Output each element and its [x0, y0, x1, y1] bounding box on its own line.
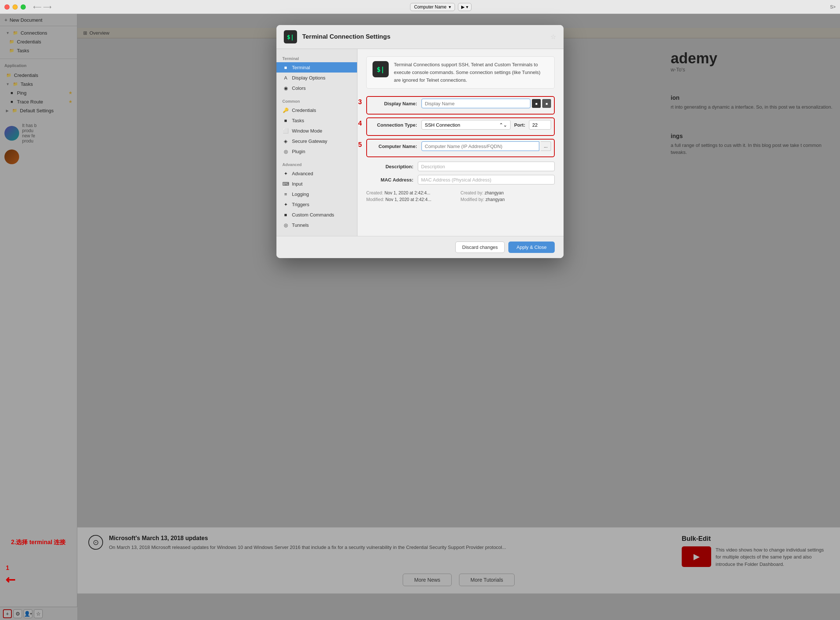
- modal-sidebar-tasks[interactable]: ■ Tasks: [276, 115, 357, 126]
- modal-sidebar-advanced[interactable]: ✦ Advanced: [276, 168, 357, 179]
- modal-footer: Discard changes Apply & Close: [276, 236, 564, 258]
- title-bar-center: Computer Name ▾ ▶ ▾: [51, 3, 830, 11]
- traffic-lights: [5, 5, 26, 10]
- window-mode-label: Window Mode: [292, 128, 322, 134]
- step5-label: 5: [358, 141, 362, 149]
- modal-icon-text: $|: [287, 33, 294, 41]
- advanced-section-header: Advanced: [276, 161, 357, 168]
- advanced-icon: ✦: [283, 170, 289, 177]
- plugin-label: Plugin: [292, 149, 305, 154]
- step2-text: 2.选择 terminal 连接: [11, 539, 66, 545]
- display-name-input-row: ■ ■: [421, 99, 551, 108]
- modal-content: $| Terminal Connections support SSH, Tel…: [358, 49, 564, 236]
- custom-commands-icon: ■: [283, 211, 289, 218]
- main-layout: + New Document ▼ 📁 Connections 📁 Credent…: [0, 14, 840, 620]
- computer-name-highlighted-field: Computer Name: ...: [366, 139, 555, 157]
- tunnels-icon: ◎: [283, 222, 289, 228]
- modified-by-value: zhangyan: [485, 197, 505, 202]
- display-name-highlighted-field: Display Name: ■ ■: [366, 96, 555, 114]
- info-terminal-icon: $|: [373, 61, 389, 77]
- terminal-section: Terminal ■ Terminal A Display Options ◉ …: [276, 53, 357, 95]
- info-text: Terminal Connections support SSH, Telnet…: [394, 61, 548, 84]
- computer-name-input-row: ...: [421, 141, 551, 151]
- modal-sidebar-colors[interactable]: ◉ Colors: [276, 83, 357, 93]
- created-label: Created:: [366, 190, 383, 196]
- colors-icon: ◉: [283, 85, 289, 91]
- description-label: Description:: [366, 164, 418, 169]
- terminal-label: Terminal: [292, 65, 310, 70]
- terminal-icon: ■: [283, 64, 289, 71]
- tasks-label: Tasks: [292, 118, 304, 123]
- discard-changes-button[interactable]: Discard changes: [455, 242, 505, 253]
- description-row: Description:: [366, 162, 555, 171]
- computer-name-row: Computer Name: ...: [370, 141, 551, 151]
- info-box: $| Terminal Connections support SSH, Tel…: [366, 56, 555, 89]
- credentials-label: Credentials: [292, 107, 316, 113]
- modal-sidebar: Terminal ■ Terminal A Display Options ◉ …: [276, 49, 358, 236]
- step3-label: 3: [358, 98, 362, 106]
- modal-sidebar-custom-commands[interactable]: ■ Custom Commands: [276, 209, 357, 220]
- apply-close-button[interactable]: Apply & Close: [508, 242, 555, 253]
- common-section-header: Common: [276, 98, 357, 105]
- connection-type-label: Connection Type:: [370, 122, 421, 128]
- modal-sidebar-input[interactable]: ⌨ Input: [276, 179, 357, 189]
- modal-sidebar-triggers[interactable]: ✦ Triggers: [276, 199, 357, 209]
- triggers-icon: ✦: [283, 201, 289, 208]
- modal-sidebar-tunnels[interactable]: ◎ Tunnels: [276, 220, 357, 230]
- connection-type-select[interactable]: SSH Connection ⌃⌄: [421, 120, 511, 129]
- display-name-label: Display Name:: [370, 101, 421, 107]
- modal-star-button[interactable]: ☆: [550, 33, 556, 41]
- plugin-icon: ◎: [283, 148, 289, 155]
- close-button[interactable]: [5, 5, 10, 10]
- computer-name-label: Computer Name: [414, 5, 446, 10]
- port-input[interactable]: [529, 120, 551, 129]
- logging-icon: ≡: [283, 191, 289, 197]
- modal-sidebar-plugin[interactable]: ◎ Plugin: [276, 146, 357, 157]
- title-bar-right: S>: [830, 5, 835, 10]
- modal-sidebar-terminal[interactable]: ■ Terminal: [276, 62, 357, 72]
- advanced-label: Advanced: [292, 171, 313, 176]
- step4-label: 4: [358, 120, 362, 127]
- modified-label: Modified:: [366, 197, 384, 202]
- terminal-section-header: Terminal: [276, 55, 357, 62]
- logging-label: Logging: [292, 191, 309, 197]
- triggers-label: Triggers: [292, 202, 309, 207]
- modal-body: Terminal ■ Terminal A Display Options ◉ …: [276, 49, 564, 236]
- modified-by-label: Modified by:: [460, 197, 484, 202]
- display-options-label: Display Options: [292, 75, 325, 81]
- meta-info: Created: Nov 1, 2020 at 2:42:4... Create…: [366, 190, 555, 202]
- modal-sidebar-logging[interactable]: ≡ Logging: [276, 189, 357, 199]
- modal-sidebar-display-options[interactable]: A Display Options: [276, 72, 357, 83]
- modal-icon: $|: [284, 30, 297, 44]
- description-input[interactable]: [418, 162, 555, 171]
- secure-gateway-icon: ◈: [283, 138, 289, 144]
- input-label: Input: [292, 181, 303, 187]
- computer-name-dropdown[interactable]: Computer Name ▾: [410, 3, 455, 11]
- dark-icon-btn-2[interactable]: ■: [542, 99, 551, 108]
- created-value: Nov 1, 2020 at 2:42:4...: [384, 190, 430, 196]
- secure-gateway-label: Secure Gateway: [292, 138, 327, 144]
- play-icon: ▶: [461, 5, 464, 10]
- fullscreen-button[interactable]: [21, 5, 26, 10]
- display-name-input[interactable]: [421, 99, 530, 108]
- chevron-icon: ⌃⌄: [499, 122, 507, 128]
- dark-icon-btn-1[interactable]: ■: [532, 99, 541, 108]
- created-by-label: Created by:: [460, 190, 483, 196]
- computer-name-input[interactable]: [421, 141, 539, 151]
- computer-name-browse-button[interactable]: ...: [541, 141, 551, 151]
- modal-title: Terminal Connection Settings: [302, 33, 545, 41]
- modal-sidebar-secure-gateway[interactable]: ◈ Secure Gateway: [276, 136, 357, 146]
- minimize-button[interactable]: [12, 5, 18, 10]
- tasks-icon: ■: [283, 117, 289, 124]
- created-by-value: zhangyan: [484, 190, 503, 196]
- modified-value: Nov 1, 2020 at 2:42:4...: [385, 197, 431, 202]
- advanced-section: Advanced ✦ Advanced ⌨ Input ≡ Logging: [276, 159, 357, 232]
- search-button[interactable]: S>: [830, 5, 835, 10]
- modal-overlay: $| Terminal Connection Settings ☆ Termin…: [0, 14, 840, 620]
- connection-type-row: Connection Type: SSH Connection ⌃⌄ Port:: [370, 120, 551, 129]
- modal-sidebar-window-mode[interactable]: ⬜ Window Mode: [276, 126, 357, 136]
- play-button[interactable]: ▶ ▾: [458, 3, 472, 11]
- computer-name-label: Computer Name:: [370, 144, 421, 149]
- mac-address-input[interactable]: [418, 175, 555, 184]
- modal-sidebar-credentials[interactable]: 🔑 Credentials: [276, 105, 357, 115]
